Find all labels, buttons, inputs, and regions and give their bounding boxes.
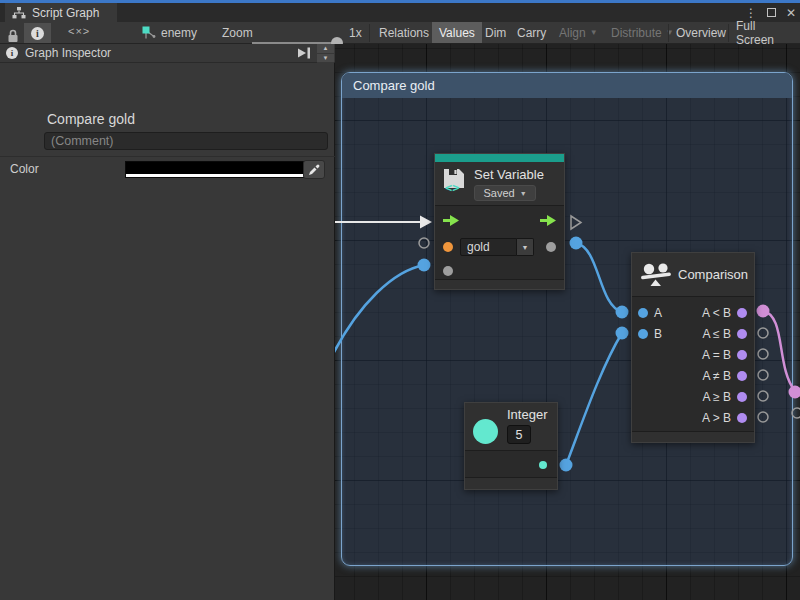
variable-name-port[interactable] (443, 242, 453, 252)
inspector-toggle-button[interactable]: i (24, 23, 51, 43)
graph-hierarchy-icon (12, 7, 26, 19)
comparison-row: A A < B (632, 302, 754, 323)
align-label: Align (559, 26, 586, 40)
comparison-scale-icon (641, 262, 671, 288)
output-label: A < B (702, 306, 731, 320)
dock-panel-icon[interactable] (295, 46, 313, 60)
window-maximize-icon[interactable] (767, 8, 776, 17)
toolbar-separator (369, 24, 370, 42)
comparison-row: A = B (632, 344, 754, 365)
variable-scope-dropdown[interactable]: Saved ▼ (474, 185, 536, 201)
output-port[interactable] (737, 329, 747, 339)
input-b-label: B (654, 327, 662, 341)
output-port[interactable] (737, 350, 747, 360)
variable-name-dropdown[interactable]: gold ▼ (460, 238, 534, 256)
comparison-row: A ≥ B (632, 386, 754, 407)
distribute-label: Distribute (611, 26, 662, 40)
output-label: A ≠ B (702, 369, 731, 383)
group-title: Compare gold (353, 78, 435, 93)
flow-out-port[interactable] (539, 214, 557, 227)
svg-text:<>: <> (445, 181, 459, 194)
panel-scroll-arrows[interactable]: ▲ ▼ (317, 44, 334, 63)
comment-input[interactable] (44, 132, 328, 150)
unconnected-port-ring[interactable] (792, 408, 800, 418)
carry-button[interactable]: Carry (510, 22, 553, 43)
node-set-variable[interactable]: <> Set Variable Saved ▼ (434, 153, 565, 290)
scope-value: Saved (483, 187, 514, 199)
output-port[interactable] (737, 413, 747, 423)
info-icon: i (6, 47, 18, 59)
eyedropper-button[interactable] (303, 160, 325, 179)
zoom-value: 1x (349, 22, 362, 43)
comparison-row: A > B (632, 407, 754, 428)
output-label: A = B (702, 348, 731, 362)
flow-in-port[interactable] (442, 214, 460, 227)
node-title: Comparison (678, 267, 748, 282)
align-dropdown-button[interactable]: Align ▼ (552, 22, 605, 43)
output-label: A > B (702, 411, 731, 425)
graph-inspector-header: i Graph Inspector ▲ ▼ (0, 44, 335, 63)
variable-name-value: gold (460, 238, 517, 256)
input-b-port[interactable] (638, 329, 648, 339)
integer-out-port[interactable] (539, 461, 547, 469)
value-out-port[interactable] (546, 242, 556, 252)
info-icon: i (31, 27, 44, 40)
output-port[interactable] (737, 308, 747, 318)
output-port[interactable] (737, 392, 747, 402)
comparison-row: A ≠ B (632, 365, 754, 386)
dropdown-arrow-icon: ▼ (517, 238, 534, 256)
inspected-graph-title: Compare gold (47, 111, 135, 127)
unity-script-graph-window: Script Graph ⋮ ✕ i <×> enemy (0, 0, 800, 600)
input-a-port[interactable] (638, 308, 648, 318)
lock-icon[interactable] (7, 25, 19, 46)
graph-inspector-title: Graph Inspector (25, 46, 111, 60)
divider (0, 156, 335, 157)
eyedropper-icon (308, 163, 321, 176)
scroll-up-icon[interactable]: ▲ (317, 44, 334, 54)
tab-title: Script Graph (32, 6, 99, 20)
input-a-label: A (654, 306, 662, 320)
save-variable-icon: <> (441, 167, 467, 194)
dropdown-arrow-icon: ▼ (520, 190, 527, 197)
tab-script-graph[interactable]: Script Graph (5, 3, 117, 22)
dim-button[interactable]: Dim (478, 22, 513, 43)
overview-button[interactable]: Overview (669, 22, 733, 43)
integer-value-input[interactable]: 5 (507, 425, 531, 444)
node-integer[interactable]: Integer 5 (464, 402, 558, 490)
graph-name: enemy (161, 26, 197, 40)
graph-canvas[interactable]: Compare gold (335, 44, 800, 600)
output-label: A ≤ B (702, 327, 731, 341)
scroll-down-icon[interactable]: ▼ (317, 54, 334, 64)
node-title: Set Variable (474, 167, 544, 182)
alpha-strip (126, 174, 304, 177)
graph-toolbar: i <×> enemy Zoom 1x Relations Values Dim… (0, 22, 800, 44)
node-category-accent (435, 154, 564, 162)
graph-inspector-panel: i Graph Inspector ▲ ▼ Compare gold Color (0, 44, 335, 600)
code-preview-icon[interactable]: <×> (68, 25, 90, 37)
node-footer (632, 431, 754, 442)
titlebar: Script Graph ⋮ ✕ (0, 3, 800, 22)
dropdown-arrow-icon: ▼ (590, 28, 598, 37)
group-header[interactable]: Compare gold (342, 73, 792, 98)
comparison-row: B A ≤ B (632, 323, 754, 344)
value-in-port[interactable] (443, 266, 453, 276)
node-footer (435, 279, 564, 289)
node-title: Integer (507, 407, 547, 422)
node-footer (465, 477, 557, 489)
integer-type-icon (473, 419, 498, 444)
output-port[interactable] (737, 371, 747, 381)
color-field[interactable] (125, 161, 305, 178)
values-button[interactable]: Values (432, 22, 482, 43)
graph-node-icon (142, 26, 156, 40)
color-label: Color (10, 162, 39, 176)
window-close-icon[interactable]: ✕ (786, 6, 796, 20)
relations-button[interactable]: Relations (372, 22, 436, 43)
zoom-label: Zoom (222, 22, 253, 43)
node-comparison[interactable]: Comparison A A < B B A ≤ B A = B A ≠ B (631, 252, 755, 443)
graph-breadcrumb[interactable]: enemy (142, 22, 197, 43)
fullscreen-button[interactable]: Full Screen (729, 22, 800, 43)
window-menu-icon[interactable]: ⋮ (745, 6, 757, 20)
output-label: A ≥ B (702, 390, 731, 404)
